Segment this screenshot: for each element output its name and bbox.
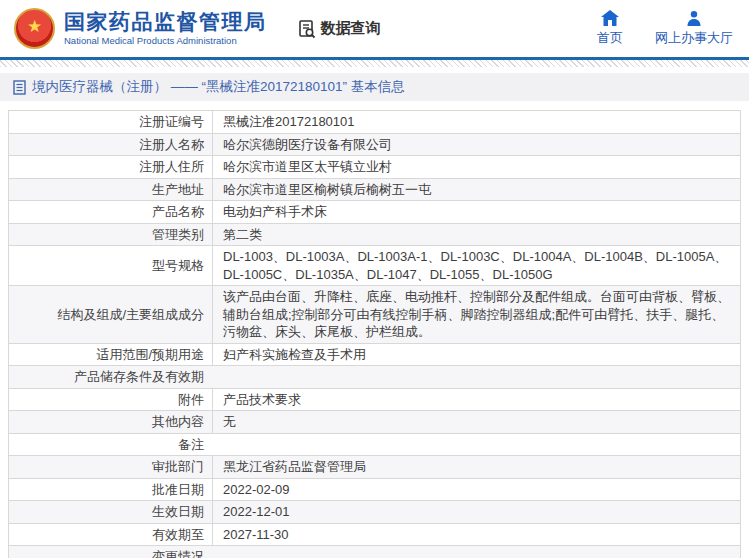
- nav-item-label: 首页: [597, 29, 623, 47]
- table-row-approval-date: 批准日期 2022-02-09: [9, 479, 740, 502]
- table-row-other-content: 其他内容 无: [9, 411, 740, 434]
- row-label: 管理类别: [9, 224, 212, 246]
- table-row-approval-department: 审批部门 黑龙江省药品监督管理局: [9, 456, 740, 479]
- row-label: 附件: [9, 389, 212, 411]
- row-value: 该产品由台面、升降柱、底座、电动推杆、控制部分及配件组成。台面可由背板、臂板、辅…: [212, 286, 740, 343]
- row-value: 第二类: [212, 224, 740, 246]
- row-label: 变更情况: [9, 546, 212, 558]
- row-label: 审批部门: [9, 456, 212, 478]
- table-row-registrant-name: 注册人名称 哈尔滨德朗医疗设备有限公司: [9, 134, 740, 157]
- table-row-expiry-date: 有效期至 2027-11-30: [9, 524, 740, 547]
- table-row-change-status: 变更情况: [9, 546, 740, 558]
- table-row-registrant-address: 注册人住所 哈尔滨市道里区太平镇立业村: [9, 156, 740, 179]
- nav-item-label: 网上办事大厅: [655, 29, 733, 47]
- table-row-storage-conditions: 产品储存条件及有效期: [9, 366, 740, 389]
- table-row-structure-composition: 结构及组成/主要组成成分 该产品由台面、升降柱、底座、电动推杆、控制部分及配件组…: [9, 286, 740, 344]
- row-value: 2022-12-01: [212, 501, 740, 523]
- row-value: [212, 546, 740, 558]
- data-query-label: 数据查询: [321, 19, 381, 38]
- table-row-production-address: 生产地址 哈尔滨市道里区榆树镇后榆树五一屯: [9, 179, 740, 202]
- table-row-intended-use: 适用范围/预期用途 妇产科实施检查及手术用: [9, 344, 740, 367]
- row-label: 适用范围/预期用途: [9, 344, 212, 366]
- page-header: ★ 国家药品监督管理局 National Medical Products Ad…: [0, 0, 749, 57]
- registration-detail-table: 注册证编号 黑械注准20172180101 注册人名称 哈尔滨德朗医疗设备有限公…: [8, 110, 741, 558]
- row-value: 妇产科实施检查及手术用: [212, 344, 740, 366]
- row-label: 其他内容: [9, 411, 212, 433]
- table-row-remarks: 备注: [9, 434, 740, 457]
- table-row-effective-date: 生效日期 2022-12-01: [9, 501, 740, 524]
- row-value: 2022-02-09: [212, 479, 740, 501]
- row-value: 黑械注准20172180101: [212, 111, 740, 133]
- row-label: 批准日期: [9, 479, 212, 501]
- org-name-cn: 国家药品监督管理局: [64, 10, 267, 34]
- site-title-block: 国家药品监督管理局 National Medical Products Admi…: [64, 10, 267, 47]
- table-row-attachment: 附件 产品技术要求: [9, 389, 740, 412]
- dotted-texture-strip: [0, 60, 749, 67]
- row-label: 有效期至: [9, 524, 212, 546]
- nav-item-home[interactable]: 首页: [597, 10, 623, 47]
- row-value: 哈尔滨市道里区太平镇立业村: [212, 156, 740, 178]
- spacer: [0, 101, 749, 110]
- row-value: 电动妇产科手术床: [212, 201, 740, 223]
- row-value: [212, 366, 740, 388]
- row-label: 型号规格: [9, 246, 212, 285]
- row-value: 哈尔滨德朗医疗设备有限公司: [212, 134, 740, 156]
- row-label: 注册人住所: [9, 156, 212, 178]
- national-emblem-icon: ★: [14, 8, 55, 49]
- row-value: [212, 434, 740, 456]
- header-nav: 首页 网上办事大厅: [597, 10, 737, 47]
- row-value: 2027-11-30: [212, 524, 740, 546]
- user-icon: [686, 10, 702, 26]
- row-value: 黑龙江省药品监督管理局: [212, 456, 740, 478]
- table-row-management-class: 管理类别 第二类: [9, 224, 740, 247]
- document-icon: [13, 80, 26, 95]
- nav-item-service-hall[interactable]: 网上办事大厅: [655, 10, 733, 47]
- row-label: 注册证编号: [9, 111, 212, 133]
- breadcrumb-text: 境内医疗器械（注册） —— “黑械注准20172180101” 基本信息: [32, 78, 405, 96]
- row-label: 生效日期: [9, 501, 212, 523]
- table-row-cert-number: 注册证编号 黑械注准20172180101: [9, 111, 740, 134]
- row-label: 产品储存条件及有效期: [9, 366, 212, 388]
- row-value: 产品技术要求: [212, 389, 740, 411]
- table-row-model-specs: 型号规格 DL-1003、DL-1003A、DL-1003A-1、DL-1003…: [9, 246, 740, 286]
- row-label: 生产地址: [9, 179, 212, 201]
- row-value: DL-1003、DL-1003A、DL-1003A-1、DL-1003C、DL-…: [212, 246, 740, 285]
- site-logo[interactable]: ★ 国家药品监督管理局 National Medical Products Ad…: [14, 8, 267, 49]
- row-label: 结构及组成/主要组成成分: [9, 286, 212, 343]
- row-label: 备注: [9, 434, 212, 456]
- data-query-tab[interactable]: 数据查询: [297, 19, 381, 39]
- table-row-product-name: 产品名称 电动妇产科手术床: [9, 201, 740, 224]
- row-label: 产品名称: [9, 201, 212, 223]
- row-value: 哈尔滨市道里区榆树镇后榆树五一屯: [212, 179, 740, 201]
- home-icon: [601, 10, 619, 26]
- org-name-en: National Medical Products Administration: [64, 36, 267, 47]
- star-icon: ★: [27, 18, 42, 35]
- breadcrumb: 境内医疗器械（注册） —— “黑械注准20172180101” 基本信息: [0, 73, 749, 101]
- document-search-icon: [297, 19, 317, 39]
- row-value: 无: [212, 411, 740, 433]
- row-label: 注册人名称: [9, 134, 212, 156]
